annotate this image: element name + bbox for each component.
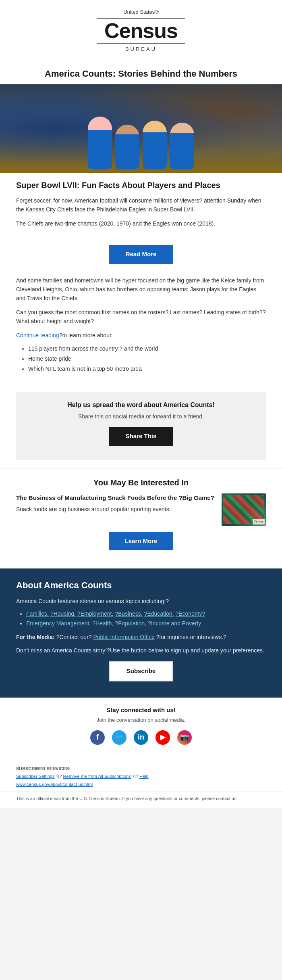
subscriber-separator-1: ?|? [56,774,62,779]
interested-article-description: Snack foods are big business around popu… [16,505,216,514]
subscriber-settings-link[interactable]: Subscriber Settings [16,774,54,779]
remove-subscriptions-link[interactable]: Remove me from All Subscriptions [63,774,131,779]
hero-image-inner [0,84,282,173]
footer: Stay connected with us! Join the convers… [0,698,282,761]
share-box: Help us spread the word about America Co… [16,392,266,460]
fan-figure-3 [143,121,167,169]
bullet-item-3: Which NFL team is not in a top 50 metro … [28,365,266,373]
about-topic-item-2: Emergency Management, ?Health, ?Populati… [26,619,266,628]
main-title: America Counts: Stories Behind the Numbe… [0,59,282,84]
subscriber-links: Subscriber Settings ?|? Remove me from A… [16,773,266,780]
about-economy-link[interactable]: ?Economy? [175,610,205,617]
logo-census: Census [16,20,266,41]
linkedin-icon[interactable]: in [134,730,148,745]
about-employment-link[interactable]: ?Employment, [77,610,113,617]
subscriber-label: SUBSCRIBER SERVICES: [16,765,266,772]
about-signup-text: Don't miss an America Counts story!?Use … [16,646,266,655]
logo-united-states: United States® [16,8,266,16]
fan-figures [4,117,278,169]
logo-bottom-rule [97,43,185,44]
stay-connected-text: Stay connected with us! [16,706,266,715]
fan-figure-2 [115,125,139,169]
subscriber-separator-2: ?|? [132,774,138,779]
about-topics-list: Families, ?Housing, ?Employment, ?Busine… [16,610,266,628]
article-content-continued: And some families and hometowns will be … [0,270,282,384]
about-housing-link[interactable]: ?Housing, [50,610,76,617]
social-icons-row: f 🐦 in ▶ 📷 [16,730,266,745]
instagram-icon[interactable]: 📷 [177,730,192,745]
bullet-item-1: 115 players from across the country ? an… [28,345,266,353]
about-business-link[interactable]: ?Business, [115,610,142,617]
subscriber-section: SUBSCRIBER SERVICES: Subscriber Settings… [0,761,282,792]
header: United States® Census Bureau [0,0,282,59]
article-continue: Continue reading?to learn more about: [16,331,266,340]
about-income-link[interactable]: ?Income and Poverty [148,620,201,627]
about-media-contact: ?Contact our? [56,634,92,640]
subscriber-url-link[interactable]: www.census.gov/about/contact-us.html [16,782,93,787]
email-wrapper: United States® Census Bureau America Cou… [0,0,282,808]
continue-reading-link[interactable]: Continue reading [16,332,59,339]
image-badge: Census [253,519,265,524]
interested-section: You May Be Interested In The Business of… [0,468,282,565]
join-conversation-text: Join the conversation on social media. [16,716,266,724]
about-families-link[interactable]: Families, [26,610,49,617]
help-link[interactable]: Help [139,774,149,779]
interested-article-image: Census [222,493,266,526]
interested-title: You May Be Interested In [16,476,266,489]
interested-article-title: The Business of Manufacturing Snack Food… [16,493,216,503]
fan-figure-4 [170,123,194,169]
hero-image [0,84,282,173]
about-media-suffix: ?for inquiries or interviews.? [156,634,226,640]
article-paragraph-2: The Chiefs are two-time champs (2020, 19… [16,219,266,228]
about-paragraph-1: America Counts features stories on vario… [16,597,266,606]
about-title: About America Counts [16,579,266,592]
article-paragraph-4: Can you guess the most common first name… [16,308,266,326]
article-title: Super Bowl LVII: Fun Facts About Players… [16,179,266,191]
article-paragraph-3: And some families and hometowns will be … [16,276,266,303]
share-this-button[interactable]: Share This [109,427,173,446]
share-box-title: Help us spread the word about America Co… [24,400,258,410]
read-more-button[interactable]: Read More [109,245,173,264]
about-pio-link[interactable]: Public Information Office [93,634,154,640]
continue-reading-suffix: ?to learn more about: [59,332,113,339]
share-box-subtitle: Share this on social media or forward it… [24,412,258,421]
about-topic-item-1: Families, ?Housing, ?Employment, ?Busine… [26,610,266,618]
logo-top-rule [97,18,185,19]
bullet-item-2: Home state pride [28,355,266,363]
logo-bureau: Bureau [16,45,266,53]
about-health-link[interactable]: ?Health, [92,620,113,627]
subscriber-url: www.census.gov/about/contact-us.html [16,781,266,788]
about-emergency-link[interactable]: Emergency Management, [26,620,91,627]
facebook-icon[interactable]: f [90,730,105,745]
about-section: About America Counts America Counts feat… [0,568,282,698]
about-media-label: For the Media: [16,634,55,640]
subscribe-button[interactable]: Subscribe [109,661,173,681]
interested-article-text: The Business of Manufacturing Snack Food… [16,493,216,519]
article-bullets: 115 players from across the country ? an… [16,345,266,373]
article-content: Super Bowl LVII: Fun Facts About Players… [0,173,282,239]
twitter-icon[interactable]: 🐦 [112,730,126,745]
official-notice: This is an official email from the U.S. … [0,792,282,808]
article-paragraph-1: Forget soccer, for now. American footbal… [16,196,266,214]
about-media-text: For the Media: ?Contact our? Public Info… [16,633,266,641]
about-education-link[interactable]: ?Education, [144,610,174,617]
interested-article-row: The Business of Manufacturing Snack Food… [16,493,266,526]
about-population-link[interactable]: ?Population, [115,620,146,627]
youtube-icon[interactable]: ▶ [156,730,170,745]
learn-more-button[interactable]: Learn More [109,532,173,551]
fan-figure-1 [88,117,112,169]
